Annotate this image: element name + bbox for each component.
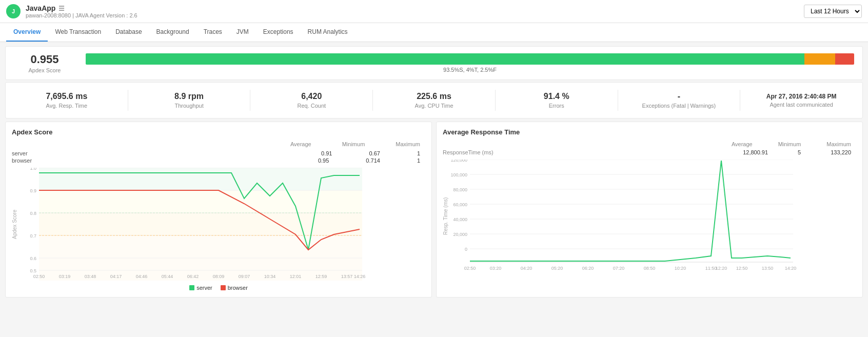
svg-text:02:50: 02:50 (464, 266, 476, 271)
svg-rect-0 (39, 168, 362, 190)
apdex-score-box: 0.955 Apdex Score (14, 53, 75, 73)
svg-text:0: 0 (465, 247, 467, 252)
svg-text:03:19: 03:19 (59, 274, 71, 279)
svg-text:1.0: 1.0 (30, 168, 36, 171)
nav-item-database[interactable]: Database (108, 23, 149, 42)
svg-text:40,000: 40,000 (453, 217, 467, 222)
resp-average: 12,800.91 (743, 149, 768, 155)
svg-rect-1 (39, 190, 362, 213)
header: J JavaApp ☰ pawan-2008:8080 | JAVA Agent… (0, 0, 868, 23)
svg-text:120,000: 120,000 (450, 160, 467, 163)
svg-text:0.9: 0.9 (30, 188, 36, 193)
apdex-min-header: Minimum (342, 141, 365, 147)
apdex-row-server-label: server (12, 150, 28, 156)
svg-text:12:20: 12:20 (716, 266, 727, 271)
svg-text:05:44: 05:44 (162, 274, 173, 279)
svg-text:14:20: 14:20 (785, 266, 797, 271)
svg-text:80,000: 80,000 (453, 187, 467, 192)
apdex-score-value: 0.955 (14, 53, 75, 66)
response-y-axis-label: Resp. Time (ms) (443, 160, 448, 272)
apdex-browser-max: 1 (417, 157, 420, 164)
metric-agent-comm: Apr 27, 2016 2:40:48 PM Agent last commu… (740, 91, 862, 110)
svg-text:03:48: 03:48 (85, 274, 96, 279)
apdex-server-avg: 0.91 (321, 150, 332, 156)
nav-item-traces[interactable]: Traces (196, 23, 229, 42)
apdex-y-axis-label: Apdex Score (12, 168, 17, 281)
nav-item-web-transaction[interactable]: Web Transaction (48, 23, 108, 42)
response-svg: 120,000 100,000 80,000 60,000 40,000 20,… (449, 160, 798, 272)
apdex-bar-label: 93.5%S, 4%T, 2.5%F (86, 67, 854, 73)
legend-server: server (189, 285, 212, 291)
svg-text:08:09: 08:09 (213, 274, 225, 279)
apdex-legend: server browser (12, 285, 425, 291)
resp-avg-header: Average (732, 141, 753, 147)
legend-server-dot (189, 285, 194, 290)
resp-max-header: Maximum (826, 141, 851, 147)
legend-browser: browser (221, 285, 248, 291)
menu-icon[interactable]: ☰ (58, 5, 65, 12)
metrics-row: 7,695.6 ms Avg. Resp. Time 8.9 rpm Throu… (5, 82, 863, 118)
svg-text:05:20: 05:20 (551, 266, 563, 271)
svg-text:04:20: 04:20 (521, 266, 532, 271)
svg-text:08:50: 08:50 (644, 266, 656, 271)
app-name: JavaApp ☰ (26, 4, 137, 12)
nav-item-exceptions[interactable]: Exceptions (256, 23, 301, 42)
apdex-max-header: Maximum (396, 141, 420, 147)
svg-text:0.7: 0.7 (30, 233, 36, 239)
svg-text:20,000: 20,000 (453, 232, 467, 237)
svg-text:13:50: 13:50 (762, 266, 774, 271)
svg-text:0.5: 0.5 (30, 268, 36, 273)
svg-text:03:20: 03:20 (490, 266, 502, 271)
metric-avg-cpu-time: 225.6 ms Avg. CPU Time (373, 90, 496, 111)
svg-text:10:34: 10:34 (264, 274, 276, 279)
svg-text:07:20: 07:20 (613, 266, 625, 271)
resp-maximum: 133,220 (831, 149, 851, 155)
svg-text:06:42: 06:42 (187, 274, 199, 279)
svg-text:04:46: 04:46 (136, 274, 148, 279)
svg-text:12:01: 12:01 (290, 274, 302, 279)
nav-item-overview[interactable]: Overview (6, 23, 48, 42)
svg-text:04:17: 04:17 (110, 274, 122, 279)
time-selector[interactable]: Last 12 Hours (804, 5, 862, 18)
svg-text:0.6: 0.6 (30, 256, 36, 261)
nav: Overview Web Transaction Database Backgr… (0, 23, 868, 42)
svg-text:10:20: 10:20 (675, 266, 686, 271)
app-icon: J (6, 4, 21, 18)
apdex-browser-min: 0.714 (366, 157, 380, 164)
apdex-bar-red (835, 53, 854, 65)
legend-browser-dot (221, 285, 226, 290)
metric-throughput: 8.9 rpm Throughput (128, 90, 251, 111)
metric-avg-resp-time: 7,695.6 ms Avg. Resp. Time (6, 90, 128, 111)
apdex-bar-yellow (804, 53, 835, 65)
apdex-bar-section: 0.955 Apdex Score 93.5%S, 4%T, 2.5%F (5, 46, 863, 80)
apdex-row-browser-label: browser (12, 157, 32, 164)
apdex-browser-avg: 0.95 (318, 157, 329, 164)
svg-text:12:59: 12:59 (315, 274, 327, 279)
svg-text:02:50: 02:50 (33, 274, 45, 279)
response-chart-wrapper: Resp. Time (ms) 120,000 100,000 80,000 6… (443, 160, 856, 272)
apdex-bar (86, 53, 854, 65)
apdex-chart-wrapper: Apdex Score 1.0 0.9 0.8 0.7 0.6 (12, 168, 425, 281)
response-chart-panel: Average Response Time Average Minimum Ma… (436, 122, 863, 298)
header-right: Last 12 Hours (804, 5, 862, 18)
nav-item-jvm[interactable]: JVM (229, 23, 256, 42)
svg-text:12:50: 12:50 (736, 266, 748, 271)
svg-text:100,000: 100,000 (450, 172, 467, 177)
apdex-server-min: 0.67 (369, 150, 380, 156)
svg-text:14:26: 14:26 (354, 274, 366, 279)
metric-errors: 91.4 % Errors (496, 90, 618, 111)
svg-text:09:07: 09:07 (239, 274, 250, 279)
apdex-score-label: Apdex Score (14, 67, 75, 73)
nav-item-background[interactable]: Background (149, 23, 196, 42)
svg-text:0.8: 0.8 (30, 211, 36, 216)
nav-item-rum-analytics[interactable]: RUM Analytics (301, 23, 355, 42)
metric-req-count: 6,420 Req. Count (250, 90, 373, 111)
resp-min-header: Minimum (778, 141, 801, 147)
svg-text:06:20: 06:20 (582, 266, 594, 271)
apdex-bar-green (86, 53, 804, 65)
svg-rect-2 (39, 213, 362, 235)
app-subtitle: pawan-2008:8080 | JAVA Agent Version : 2… (26, 12, 137, 18)
legend-browser-label: browser (228, 285, 248, 291)
legend-server-label: server (196, 285, 212, 291)
apdex-svg: 1.0 0.9 0.8 0.7 0.6 0.5 02:50 03:19 03:4… (18, 168, 367, 281)
